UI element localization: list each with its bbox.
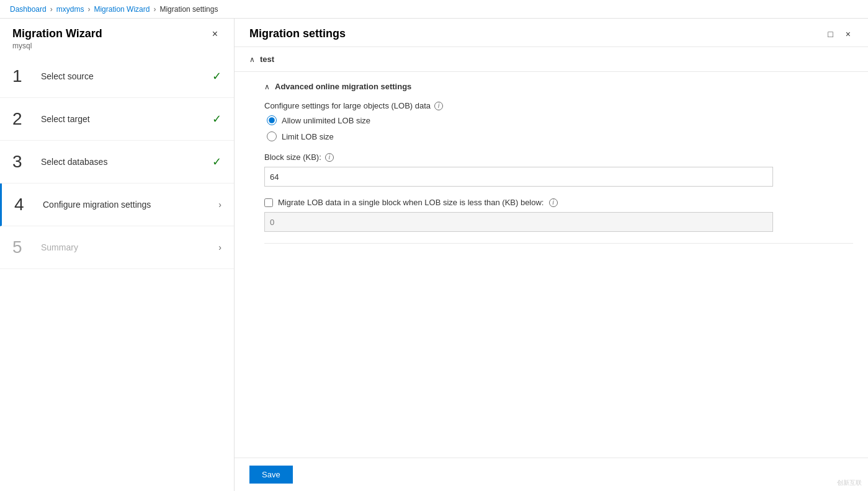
content-title: Migration settings (249, 27, 346, 40)
section-chevron-icon: ∧ (249, 55, 255, 64)
content-header: Migration settings □ × (235, 19, 868, 47)
migrate-lob-checkbox[interactable] (264, 198, 273, 207)
migrate-lob-kb-input[interactable] (264, 212, 773, 232)
content-area: Migration settings □ × ∧ test ∧ Advanced… (235, 19, 868, 491)
lob-radio-group: Allow unlimited LOB size Limit LOB size (267, 115, 853, 141)
step-2-check-icon: ✓ (212, 112, 221, 126)
subsection-title: Advanced online migration settings (275, 82, 411, 91)
subsection-chevron-icon: ∧ (264, 82, 270, 91)
breadcrumb-bar: Dashboard › mxydms › Migration Wizard › … (0, 0, 868, 19)
radio-limit-lob-label: Limit LOB size (282, 132, 334, 141)
step-3-check-icon: ✓ (212, 155, 221, 169)
sidebar: Migration Wizard mysql × 1 Select source… (0, 19, 235, 491)
step-5-arrow-icon: › (218, 242, 221, 252)
main-layout: Migration Wizard mysql × 1 Select source… (0, 19, 868, 491)
breadcrumb-mxydms[interactable]: mxydms (56, 5, 84, 14)
block-size-info-icon[interactable]: i (325, 153, 334, 162)
migrate-lob-field-group: Migrate LOB data in a single block when … (264, 198, 853, 232)
migrate-lob-checkbox-label: Migrate LOB data in a single block when … (278, 198, 544, 207)
breadcrumb-sep-2: › (87, 5, 90, 14)
header-icons: □ × (825, 28, 853, 40)
section-test-title: test (260, 55, 274, 64)
step-4-configure-migration[interactable]: 4 Configure migration settings › (0, 184, 234, 226)
section-divider (264, 243, 853, 244)
sidebar-steps: 1 Select source ✓ 2 Select target ✓ 3 Se… (0, 55, 234, 491)
lob-info-icon[interactable]: i (434, 102, 443, 110)
content-body: ∧ test ∧ Advanced online migration setti… (235, 47, 868, 458)
lob-field-group: Configure settings for large objects (LO… (264, 101, 853, 141)
step-3-select-databases[interactable]: 3 Select databases ✓ (0, 141, 234, 184)
radio-limit-lob[interactable]: Limit LOB size (267, 131, 853, 141)
migrate-lob-info-icon[interactable]: i (549, 198, 558, 207)
breadcrumb-sep-1: › (50, 5, 53, 14)
step-4-arrow-icon: › (218, 200, 221, 210)
sidebar-title-block: Migration Wizard mysql (12, 27, 102, 50)
step-1-number: 1 (12, 66, 35, 86)
radio-unlimited-lob-input[interactable] (267, 115, 277, 125)
step-4-label: Configure migration settings (43, 200, 213, 210)
step-2-select-target[interactable]: 2 Select target ✓ (0, 98, 234, 141)
save-button[interactable]: Save (249, 466, 293, 484)
step-3-label: Select databases (41, 157, 207, 167)
breadcrumb-migration-wizard[interactable]: Migration Wizard (94, 5, 150, 14)
radio-unlimited-lob-label: Allow unlimited LOB size (282, 116, 370, 125)
lob-config-label: Configure settings for large objects (LO… (264, 101, 853, 110)
step-4-number: 4 (14, 195, 37, 215)
step-1-label: Select source (41, 71, 207, 81)
breadcrumb-current: Migration settings (159, 5, 218, 14)
sidebar-title: Migration Wizard (12, 27, 102, 40)
radio-unlimited-lob[interactable]: Allow unlimited LOB size (267, 115, 853, 125)
content-footer: Save (235, 458, 868, 491)
maximize-button[interactable]: □ (825, 28, 835, 40)
block-size-field-group: Block size (KB): i (264, 153, 853, 187)
breadcrumb-dashboard[interactable]: Dashboard (10, 5, 47, 14)
subsection-content: ∧ Advanced online migration settings Con… (235, 72, 868, 259)
step-2-number: 2 (12, 109, 35, 129)
step-3-number: 3 (12, 152, 35, 172)
sidebar-close-button[interactable]: × (208, 27, 221, 41)
section-test-header[interactable]: ∧ test (235, 47, 868, 72)
subsection-header[interactable]: ∧ Advanced online migration settings (264, 82, 853, 91)
close-button[interactable]: × (843, 28, 853, 40)
sidebar-subtitle: mysql (12, 42, 102, 50)
step-1-check-icon: ✓ (212, 69, 221, 83)
migrate-lob-checkbox-row: Migrate LOB data in a single block when … (264, 198, 853, 207)
step-2-label: Select target (41, 114, 207, 124)
block-size-label: Block size (KB): i (264, 153, 853, 162)
sidebar-header: Migration Wizard mysql × (0, 19, 234, 55)
step-5-label: Summary (41, 242, 213, 252)
step-5-summary[interactable]: 5 Summary › (0, 226, 234, 269)
step-1-select-source[interactable]: 1 Select source ✓ (0, 55, 234, 98)
radio-limit-lob-input[interactable] (267, 131, 277, 141)
step-5-number: 5 (12, 237, 35, 257)
breadcrumb-sep-3: › (153, 5, 156, 14)
block-size-input[interactable] (264, 167, 773, 187)
